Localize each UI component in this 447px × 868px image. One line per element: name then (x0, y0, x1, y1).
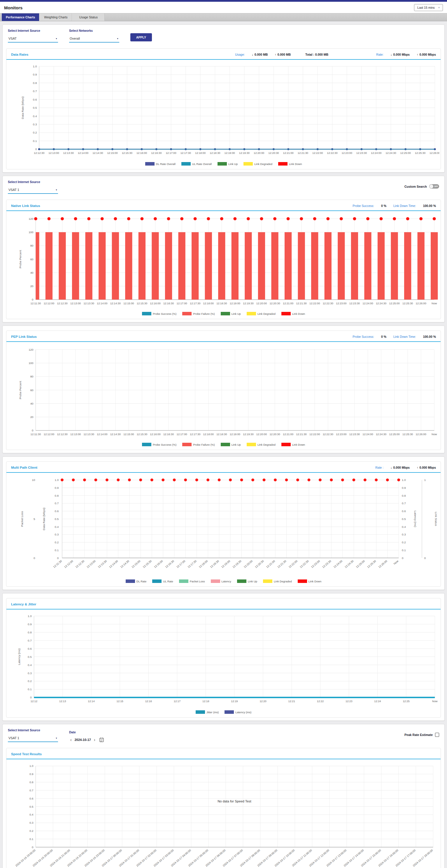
svg-text:5: 5 (33, 517, 35, 521)
networks-label: Select Networks (69, 29, 119, 32)
upload-arrow-icon: ↑ (417, 53, 418, 56)
svg-text:Link Status: Link Status (435, 512, 438, 526)
legend-item[interactable]: Link Up (221, 312, 241, 315)
svg-text:12:14: 12:14 (88, 700, 94, 703)
speed-test-chart: 1.00.90.80.70.60.50.40.30.20.102024-10-1… (6, 759, 441, 868)
date-value[interactable]: 2024-10-17 (74, 738, 91, 742)
svg-text:12:22:30: 12:22:30 (327, 152, 337, 154)
svg-text:60: 60 (30, 258, 33, 261)
tab-performance-charts[interactable]: Performance Charts (1, 13, 39, 21)
svg-text:0.7: 0.7 (29, 789, 33, 792)
svg-text:12:16:00: 12:16:00 (150, 433, 160, 436)
latency-jitter-legend: Jitter (ms)Latency (ms) (6, 709, 441, 717)
legend-item[interactable]: DL Rate Overall (145, 162, 176, 165)
svg-text:12:22:30: 12:22:30 (323, 433, 333, 436)
legend-item[interactable]: Probe Success (%) (142, 443, 176, 446)
legend-item[interactable]: Link Degraded (243, 162, 272, 165)
legend-item[interactable]: Latency (211, 580, 231, 583)
legend-label: Probe Failure (%) (193, 312, 215, 315)
legend-item[interactable]: Link Down (278, 162, 302, 165)
download-arrow-icon: ↓ (390, 53, 392, 56)
legend-swatch (126, 580, 135, 583)
legend-item[interactable]: Latency (ms) (225, 710, 251, 714)
legend-item[interactable]: UL Rate (152, 580, 173, 583)
apply-button[interactable]: APPLY (130, 33, 152, 41)
svg-text:12:25:30: 12:25:30 (366, 560, 377, 569)
legend-item[interactable]: Probe Failure (%) (182, 443, 215, 446)
svg-text:12:22:30: 12:22:30 (299, 560, 309, 569)
svg-text:12:16:30: 12:16:30 (165, 560, 175, 569)
svg-text:12:24:30: 12:24:30 (385, 152, 396, 154)
legend-item[interactable]: Jitter (ms) (196, 710, 219, 714)
svg-text:12:17:30: 12:17:30 (180, 152, 191, 154)
internet-source-value: VSAT 1 (8, 188, 19, 191)
svg-text:12:17:00: 12:17:00 (176, 302, 187, 305)
svg-text:12:17:30: 12:17:30 (190, 302, 200, 305)
svg-text:0.7: 0.7 (28, 639, 32, 642)
svg-text:12:25:00: 12:25:00 (389, 433, 399, 436)
tab-usage-status[interactable]: Usage Status (72, 13, 105, 21)
legend-item[interactable]: Packet Loss (179, 580, 205, 583)
svg-text:12:14:30: 12:14:30 (110, 302, 121, 305)
legend-label: Link Degraded (254, 162, 272, 165)
legend-item[interactable]: Link Degraded (247, 443, 275, 446)
networks-select[interactable]: Overall ▼ (69, 35, 119, 42)
svg-text:0.4: 0.4 (402, 525, 406, 528)
internet-source-select[interactable]: VSAT ▼ (8, 35, 58, 42)
legend-item[interactable]: Probe Failure (%) (182, 312, 215, 315)
svg-text:12:23:30: 12:23:30 (356, 152, 367, 154)
legend-item[interactable]: Link Degraded (263, 580, 292, 583)
svg-text:12:19:30: 12:19:30 (243, 433, 254, 436)
chevron-down-icon: ▼ (55, 737, 57, 739)
custom-search-toggle[interactable]: OFF (429, 184, 439, 189)
peak-rate-checkbox[interactable] (435, 733, 439, 737)
legend-item[interactable]: Probe Success (%) (142, 312, 176, 315)
svg-text:80: 80 (30, 244, 33, 247)
multi-path-client-legend: DL RateUL RatePacket LossLatencyLink UpL… (6, 578, 441, 586)
custom-search-label: Custom Search (405, 185, 427, 188)
legend-item[interactable]: Link Up (237, 580, 257, 583)
svg-text:12:20:00: 12:20:00 (254, 152, 264, 154)
app-header: Monitors Last 15 mins ∨ (0, 2, 447, 13)
legend-swatch (221, 312, 230, 315)
svg-text:12:12:00: 12:12:00 (44, 433, 54, 436)
svg-text:12:16:30: 12:16:30 (163, 302, 174, 305)
legend-item[interactable]: Link Up (221, 443, 241, 446)
internet-source-select[interactable]: VSAT 1 ▼ (8, 187, 58, 194)
legend-swatch (182, 312, 191, 315)
legend-item[interactable]: DL Rate (126, 580, 147, 583)
chevron-down-icon: ▼ (117, 38, 119, 40)
svg-text:12:25:30: 12:25:30 (403, 433, 413, 436)
svg-text:12:15:00: 12:15:00 (123, 433, 134, 436)
native-link-panel: Native Link Status Probe Success: 0 % Li… (6, 200, 441, 319)
legend-item[interactable]: Link Down (298, 580, 321, 583)
svg-text:12:19:00: 12:19:00 (224, 152, 235, 154)
internet-source-select[interactable]: VSAT 1 ▼ (8, 735, 58, 742)
tab-weighting-charts[interactable]: Weighting Charts (39, 13, 72, 21)
calendar-icon[interactable] (99, 737, 104, 742)
svg-text:12:20:00: 12:20:00 (256, 433, 267, 436)
svg-text:12:20:00: 12:20:00 (243, 560, 253, 569)
legend-item[interactable]: UL Rate Overall (181, 162, 212, 165)
svg-text:12:13:30: 12:13:30 (63, 152, 74, 154)
svg-text:12:19:30: 12:19:30 (239, 152, 249, 154)
svg-text:12:23:00: 12:23:00 (336, 433, 347, 436)
time-range-select[interactable]: Last 15 mins ∨ (414, 4, 443, 11)
svg-text:12:16:00: 12:16:00 (137, 152, 147, 154)
svg-text:1.0: 1.0 (402, 478, 406, 482)
legend-item[interactable]: Link Down (281, 443, 305, 446)
svg-text:12:23:30: 12:23:30 (349, 302, 360, 305)
date-next-button[interactable]: › (93, 737, 96, 742)
svg-text:120: 120 (29, 217, 33, 220)
legend-item[interactable]: Link Degraded (247, 312, 275, 315)
legend-item[interactable]: Link Down (281, 312, 305, 315)
internet-source-label: Select Internet Source (8, 728, 58, 732)
date-prev-button[interactable]: ‹ (69, 737, 73, 742)
svg-text:0.2: 0.2 (29, 829, 33, 832)
legend-label: Link Up (248, 580, 257, 583)
legend-item[interactable]: Link Up (217, 162, 238, 165)
svg-text:0.3: 0.3 (28, 672, 32, 675)
svg-text:40: 40 (30, 271, 33, 274)
time-range-value: Last 15 mins (417, 6, 435, 9)
svg-text:12:21:30: 12:21:30 (296, 302, 307, 305)
